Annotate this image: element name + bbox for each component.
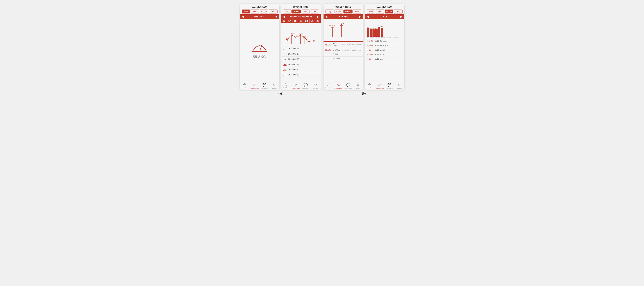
list-item-3[interactable]: 2016 Oct 19 [281, 62, 321, 67]
nav-title-d1: 2016 [382, 16, 387, 18]
week-day-4[interactable]: 20 [304, 19, 309, 23]
year-item-4[interactable]: 55KG 2016 May [365, 57, 404, 61]
week-day-1[interactable]: 17 [287, 19, 292, 23]
nav-setting-a1[interactable]: ⚙ Setting [270, 83, 279, 89]
svg-text:54.6: 54.6 [372, 28, 375, 29]
nav-weight-c1[interactable]: ⚖ Weight Data [334, 83, 343, 89]
tab-day-c1[interactable]: Day [325, 10, 334, 14]
year-item-2[interactable]: 56KG 2016 March [365, 48, 404, 52]
week-day-5[interactable]: 21 [309, 19, 315, 23]
week-num-1: 2nd Week [333, 49, 341, 51]
tab-day-b1[interactable]: Day [283, 10, 292, 14]
nav-setting-c1[interactable]: ⚙ Setting [353, 83, 363, 89]
tab-year-d1[interactable]: Year [394, 10, 402, 14]
nav-setting-b1[interactable]: ⚙ Setting [311, 83, 321, 89]
panel-day: Weight Data Day Week Month Year ◀ 2016 O… [240, 4, 279, 90]
tab-week-c1[interactable]: Week [334, 10, 343, 14]
seat-label-a1: Seat Data [242, 87, 248, 89]
week-item-0[interactable]: 55.1KG 1st Week 2016 Oct 02 ~ 2016 Oct 0… [324, 42, 363, 48]
year-month-list: 55.5KG 2016 January 55.8KG 2016 February… [365, 39, 404, 82]
nav-weight-d1[interactable]: ⚖ Weight Data [375, 83, 384, 89]
week-num-0: 1st Week [333, 43, 340, 47]
list-item-2[interactable]: 2016 Oct 18 [281, 56, 321, 62]
list-item-4[interactable]: 2016 Oct 20 [281, 67, 321, 72]
year-item-3[interactable]: 56.8KG 2016 April [365, 52, 404, 57]
list-item-1[interactable]: 2016 Oct 17 [281, 52, 321, 56]
notif-icon-c1: 💬 [346, 83, 350, 87]
weight-label-d1: Weight Data [376, 87, 384, 89]
year-label-3: 2016 April [375, 53, 384, 56]
svg-text:55.5: 55.5 [367, 26, 369, 28]
panel-c1-title: Weight Data [324, 4, 363, 10]
nav-setting-d1[interactable]: ⚙ Setting [394, 83, 404, 89]
notif-label-b1: Notification [302, 87, 309, 89]
setting-label-a1: Setting [272, 87, 277, 89]
week-item-2[interactable]: 3rd Week [324, 52, 363, 56]
tab-day-a1[interactable]: Day [242, 10, 250, 14]
panel-year: Weight Data Day Week Month Year ◀ 2016 ▶ [365, 4, 404, 90]
week-day-6[interactable]: 22 [315, 19, 320, 23]
list-item-0[interactable]: 2016 Oct 16 [281, 46, 321, 52]
nav-notif-c1[interactable]: 💬 Notification [343, 83, 353, 89]
week-day-0[interactable]: 16 [281, 19, 287, 23]
week-num-2: 3rd Week [333, 53, 360, 55]
tab-week-b1[interactable]: Week [292, 10, 301, 14]
nav-prev-a1[interactable]: ◀ [242, 15, 244, 18]
tab-month-d1[interactable]: Month [385, 10, 394, 14]
list-label-2: 2016 Oct 18 [288, 58, 299, 60]
svg-text:Feb: Feb [370, 36, 372, 38]
setting-label-d1: Setting [397, 87, 402, 89]
week-item-1[interactable]: 55.5KG 2nd Week 2016 Oct 09~2016 Oct 16 [324, 48, 363, 52]
setting-icon-b1: ⚙ [314, 83, 317, 87]
svg-point-20 [284, 50, 285, 50]
week-day-3[interactable]: 19 [298, 19, 304, 23]
seat-icon-b1: ⏱ [284, 83, 288, 87]
week-item-3[interactable]: 4th Week [324, 56, 363, 61]
year-item-0[interactable]: 55.5KG 2016 January [365, 39, 404, 43]
seat-icon-d1: ⏱ [368, 83, 371, 87]
tab-year-c1[interactable]: Year [352, 10, 361, 14]
nav-seat-a1[interactable]: ⏱ Seat Data [240, 83, 250, 89]
tab-year-b1[interactable]: Year [310, 10, 319, 14]
scale-list-icon-4 [283, 68, 287, 71]
tab-day-d1[interactable]: Day [367, 10, 376, 14]
list-label-1: 2016 Oct 17 [288, 53, 299, 55]
nav-seat-b1[interactable]: ⏱ Seat Data [281, 83, 291, 89]
nav-notif-a1[interactable]: 💬 Notification [260, 83, 270, 89]
list-item-5[interactable]: 2016 Oct 20 [281, 72, 321, 78]
nav-notif-b1[interactable]: 💬 Notification [301, 83, 311, 89]
tab-month-b1[interactable]: Month [301, 10, 310, 14]
nav-weight-b1[interactable]: ⚖ Weight Data [291, 83, 301, 89]
svg-rect-46 [378, 27, 380, 37]
scale-list-icon-0 [283, 47, 287, 50]
week-day-2[interactable]: 18 [292, 19, 298, 23]
nav-next-d1[interactable]: ▶ [400, 15, 402, 18]
tab-year-a1[interactable]: Year [269, 10, 278, 14]
nav-next-a1[interactable]: ▶ [276, 15, 278, 18]
svg-text:Oct: Oct [392, 36, 394, 38]
nav-weight-a1[interactable]: ⚖ Weight Data [250, 83, 260, 89]
weight-label-a1: Weight Data [250, 87, 258, 89]
year-item-1[interactable]: 55.8KG 2016 February [365, 43, 404, 48]
nav-prev-d1[interactable]: ◀ [367, 15, 368, 18]
tab-week-d1[interactable]: Week [376, 10, 384, 14]
nav-notif-d1[interactable]: 💬 Notification [384, 83, 394, 89]
notif-label-d1: Notification [386, 87, 393, 89]
panel-a1-title: Weight Data [240, 4, 279, 10]
nav-prev-b1[interactable]: ◀ [283, 15, 285, 18]
nav-seat-d1[interactable]: ⏱ Seat Data [365, 83, 375, 89]
svg-text:55.1KG: 55.1KG [329, 24, 335, 26]
nav-next-c1[interactable]: ▶ [359, 15, 361, 18]
svg-text:Jun: Jun [381, 36, 383, 38]
svg-text:54.8KG: 54.8KG [303, 36, 308, 38]
year-label-1: 2016 February [375, 44, 388, 46]
year-label-0: 2016 January [375, 40, 387, 42]
nav-prev-c1[interactable]: ◀ [325, 15, 327, 18]
tab-month-c1[interactable]: Month [344, 10, 352, 14]
nav-seat-c1[interactable]: ⏱ Seat Data [324, 83, 334, 89]
tab-month-a1[interactable]: Month [260, 10, 268, 14]
nav-next-b1[interactable]: ▶ [317, 15, 319, 18]
nav-title-c1: 2016 Oct [338, 16, 348, 18]
setting-label-c1: Setting [356, 87, 360, 89]
tab-week-a1[interactable]: Week [250, 10, 260, 14]
